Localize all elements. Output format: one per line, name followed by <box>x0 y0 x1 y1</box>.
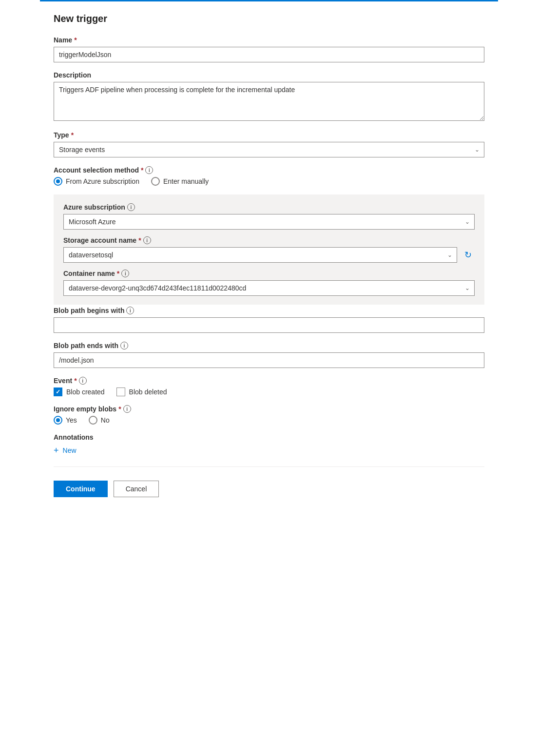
storage-account-label: Storage account name * i <box>63 236 475 244</box>
azure-subscription-label: Azure subscription i <box>63 203 475 211</box>
description-label: Description <box>54 71 484 79</box>
new-label: New <box>63 446 77 454</box>
azure-subscription-select[interactable]: Microsoft Azure <box>63 214 475 230</box>
blob-begins-input[interactable] <box>54 317 484 333</box>
new-trigger-panel: New trigger Name * Description Triggers … <box>40 0 498 513</box>
blob-ends-info-icon[interactable]: i <box>120 342 128 349</box>
radio-yes-indicator <box>54 416 62 425</box>
blob-created-checkbox[interactable] <box>54 388 62 396</box>
blob-begins-field-group: Blob path begins with i <box>54 307 484 333</box>
storage-account-select[interactable]: dataversetosql <box>63 247 457 263</box>
storage-account-row: dataversetosql ⌄ ↻ <box>63 247 475 263</box>
radio-manual-indicator <box>151 177 160 186</box>
azure-subscription-info-icon[interactable]: i <box>127 203 135 211</box>
footer-divider <box>54 466 484 467</box>
subscription-sub-section: Azure subscription i Microsoft Azure ⌄ S… <box>54 194 484 305</box>
blob-created-label: Blob created <box>66 388 105 396</box>
annotations-field-group: Annotations + New <box>54 433 484 457</box>
container-name-select[interactable]: dataverse-devorg2-unq3cd674d243f4ec11811… <box>63 280 475 296</box>
annotations-label: Annotations <box>54 433 484 441</box>
blob-deleted-checkbox-option[interactable]: Blob deleted <box>116 388 167 396</box>
footer-actions: Continue Cancel <box>54 477 484 497</box>
storage-account-refresh-button[interactable]: ↻ <box>461 248 475 262</box>
event-label: Event * i <box>54 377 484 385</box>
panel-title: New trigger <box>54 13 484 24</box>
container-name-required: * <box>117 270 119 277</box>
radio-no-indicator <box>89 416 97 425</box>
ignore-empty-radio-group: Yes No <box>54 416 484 425</box>
ignore-empty-required: * <box>118 405 121 413</box>
storage-account-select-wrapper: dataversetosql ⌄ <box>63 247 457 263</box>
type-label: Type * <box>54 131 484 139</box>
blob-ends-field-group: Blob path ends with i <box>54 342 484 368</box>
name-input[interactable] <box>54 47 484 62</box>
event-required: * <box>74 377 77 385</box>
radio-no[interactable]: No <box>89 416 110 425</box>
continue-button[interactable]: Continue <box>54 481 108 497</box>
storage-account-field-group: Storage account name * i dataversetosql … <box>63 236 475 263</box>
account-selection-radio-group: From Azure subscription Enter manually <box>54 177 484 186</box>
radio-azure-indicator <box>54 177 62 186</box>
container-name-info-icon[interactable]: i <box>121 270 129 277</box>
account-selection-field-group: Account selection method * i From Azure … <box>54 166 484 186</box>
type-select-wrapper: Storage events Schedule Tumbling window … <box>54 142 484 157</box>
container-name-select-wrapper: dataverse-devorg2-unq3cd674d243f4ec11811… <box>63 280 475 296</box>
radio-no-label: No <box>101 416 110 424</box>
blob-begins-info-icon[interactable]: i <box>126 307 134 314</box>
plus-icon: + <box>54 446 59 455</box>
event-checkbox-group: Blob created Blob deleted <box>54 388 484 396</box>
ignore-empty-field-group: Ignore empty blobs * i Yes No <box>54 405 484 425</box>
account-selection-label: Account selection method * i <box>54 166 484 174</box>
radio-from-azure[interactable]: From Azure subscription <box>54 177 139 186</box>
blob-ends-input[interactable] <box>54 352 484 368</box>
type-select[interactable]: Storage events Schedule Tumbling window <box>54 142 484 157</box>
storage-account-info-icon[interactable]: i <box>143 236 151 244</box>
account-selection-required: * <box>141 166 143 174</box>
blob-ends-label: Blob path ends with i <box>54 342 484 349</box>
account-selection-info-icon[interactable]: i <box>145 166 153 174</box>
radio-manual-label: Enter manually <box>163 177 209 185</box>
container-name-label: Container name * i <box>63 270 475 277</box>
add-annotation-button[interactable]: + New <box>54 444 77 457</box>
blob-deleted-label: Blob deleted <box>129 388 167 396</box>
radio-enter-manually[interactable]: Enter manually <box>151 177 209 186</box>
radio-yes[interactable]: Yes <box>54 416 77 425</box>
event-info-icon[interactable]: i <box>79 377 87 385</box>
container-name-field-group: Container name * i dataverse-devorg2-unq… <box>63 270 475 296</box>
name-label: Name * <box>54 36 484 44</box>
storage-account-required: * <box>138 236 141 244</box>
radio-azure-label: From Azure subscription <box>66 177 139 185</box>
ignore-empty-info-icon[interactable]: i <box>123 405 131 413</box>
type-required: * <box>71 131 74 139</box>
type-field-group: Type * Storage events Schedule Tumbling … <box>54 131 484 157</box>
event-field-group: Event * i Blob created Blob deleted <box>54 377 484 396</box>
blob-begins-label: Blob path begins with i <box>54 307 484 314</box>
name-field-group: Name * <box>54 36 484 62</box>
blob-created-checkbox-option[interactable]: Blob created <box>54 388 105 396</box>
radio-yes-label: Yes <box>66 416 77 424</box>
name-required: * <box>74 36 77 44</box>
description-input[interactable]: Triggers ADF pipeline when processing is… <box>54 82 484 121</box>
ignore-empty-label: Ignore empty blobs * i <box>54 405 484 413</box>
azure-subscription-select-wrapper: Microsoft Azure ⌄ <box>63 214 475 230</box>
description-field-group: Description Triggers ADF pipeline when p… <box>54 71 484 122</box>
azure-subscription-field-group: Azure subscription i Microsoft Azure ⌄ <box>63 203 475 230</box>
blob-deleted-checkbox[interactable] <box>116 388 125 396</box>
cancel-button[interactable]: Cancel <box>114 481 159 497</box>
